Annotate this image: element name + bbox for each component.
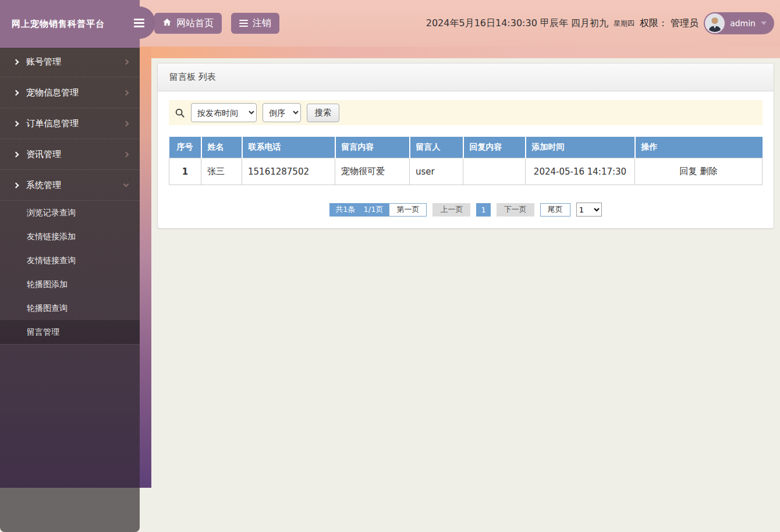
submenu-item-label: 留言管理 (27, 327, 59, 338)
message-board-card: 留言板 列表 按发布时间 倒序 搜索 (157, 63, 774, 229)
chevron-right-icon (13, 182, 19, 188)
table-row: 1 张三 15161287502 宠物很可爱 user 2024-05-16 1… (169, 158, 763, 185)
main-content: 留言板 列表 按发布时间 倒序 搜索 (151, 58, 780, 532)
sidebar: 账号管理 宠物信息管理 订单信息管理 资讯管理 系统管理 浏览记录查询 友情链接… (0, 47, 140, 488)
chevron-right-icon (13, 59, 19, 65)
chevron-right-icon (123, 151, 129, 157)
sidebar-item-label: 宠物信息管理 (26, 87, 124, 98)
sidebar-item-account-mgmt[interactable]: 账号管理 (0, 47, 140, 77)
sidebar-toggle-button[interactable] (123, 6, 155, 39)
pagination: 共1条 1/1页 第一页 上一页 1 下一页 尾页 1 (169, 203, 763, 217)
chevron-right-icon (123, 59, 129, 65)
delete-link[interactable]: 删除 (700, 166, 717, 176)
total-count-text: 共1条 (335, 204, 355, 215)
reply-link[interactable]: 回复 (680, 166, 697, 176)
sidebar-item-system-mgmt[interactable]: 系统管理 (0, 170, 140, 201)
chevron-right-icon (13, 120, 19, 126)
table-header-row: 序号 姓名 联系电话 留言内容 留言人 回复内容 添加时间 操作 (169, 137, 763, 158)
magnifier-icon (175, 108, 185, 118)
submenu-item-message-mgmt[interactable]: 留言管理 (0, 320, 140, 344)
chevron-right-icon (123, 120, 129, 126)
list-icon (239, 18, 248, 29)
chevron-right-icon (13, 90, 19, 95)
card-header: 留言板 列表 (158, 63, 774, 91)
sidebar-item-order-info-mgmt[interactable]: 订单信息管理 (0, 108, 140, 139)
cell-name: 张三 (201, 158, 242, 185)
sort-order-select[interactable]: 倒序 (263, 103, 301, 122)
system-mgmt-submenu: 浏览记录查询 友情链接添加 友情链接查询 轮播图添加 轮播图查询 留言管理 (0, 201, 140, 345)
submenu-item-carousel-query[interactable]: 轮播图查询 (0, 296, 140, 320)
pagination-info: 共1条 1/1页 (329, 203, 389, 217)
search-bar: 按发布时间 倒序 搜索 (169, 100, 763, 125)
cell-phone: 15161287502 (242, 158, 335, 185)
cell-reply (463, 158, 526, 185)
sort-field-select[interactable]: 按发布时间 (191, 103, 257, 122)
message-table: 序号 姓名 联系电话 留言内容 留言人 回复内容 添加时间 操作 1 张三 15 (169, 137, 763, 185)
last-page-button[interactable]: 尾页 (540, 203, 570, 217)
home-button-label: 网站首页 (176, 17, 214, 30)
search-button[interactable]: 搜索 (307, 104, 339, 122)
datetime-text: 2024年5月16日14:30:30 甲辰年 四月初九 (426, 17, 608, 30)
hamburger-icon (134, 17, 144, 29)
next-page-button[interactable]: 下一页 (497, 203, 534, 217)
sidebar-item-label: 资讯管理 (26, 149, 124, 160)
user-menu[interactable]: admin (704, 12, 774, 34)
logout-button-label: 注销 (253, 17, 271, 30)
app-title: 网上宠物销售科普平台 (12, 19, 105, 30)
username-label: admin (730, 19, 756, 28)
app-logo: 网上宠物销售科普平台 (0, 0, 140, 48)
submenu-item-friend-link-query[interactable]: 友情链接查询 (0, 249, 140, 272)
submenu-item-label: 轮播图添加 (27, 279, 68, 290)
prev-page-button[interactable]: 上一页 (432, 203, 470, 217)
submenu-item-label: 轮播图查询 (27, 303, 68, 314)
caret-down-icon (761, 22, 767, 25)
current-page-button[interactable]: 1 (476, 203, 490, 217)
sidebar-item-news-mgmt[interactable]: 资讯管理 (0, 139, 140, 170)
cell-content: 宠物很可爱 (335, 158, 410, 185)
weekday-text: 星期四 (614, 19, 634, 29)
permission-text: 权限： 管理员 (640, 17, 699, 30)
sidebar-footer (0, 488, 140, 532)
cell-user: user (410, 158, 463, 185)
logout-button[interactable]: 注销 (231, 13, 279, 34)
col-header-name: 姓名 (201, 137, 242, 158)
col-header-user: 留言人 (410, 137, 463, 158)
sidebar-item-label: 订单信息管理 (26, 118, 124, 129)
home-button[interactable]: 网站首页 (154, 13, 222, 34)
col-header-added-time: 添加时间 (526, 137, 635, 158)
sidebar-item-label: 账号管理 (26, 56, 124, 68)
cell-index: 1 (169, 158, 201, 185)
col-header-content: 留言内容 (335, 137, 410, 158)
submenu-item-label: 友情链接添加 (27, 232, 76, 242)
page-select[interactable]: 1 (576, 203, 602, 217)
background-gradient-horizontal (140, 47, 780, 58)
sidebar-item-pet-info-mgmt[interactable]: 宠物信息管理 (0, 77, 140, 108)
background-gradient-vertical (140, 47, 151, 488)
submenu-item-label: 友情链接查询 (27, 256, 76, 266)
submenu-item-label: 浏览记录查询 (27, 208, 76, 218)
cell-actions: 回复 删除 (635, 158, 763, 185)
page-count-text: 1/1页 (364, 204, 384, 215)
sidebar-item-label: 系统管理 (26, 180, 124, 191)
first-page-button[interactable]: 第一页 (389, 203, 427, 217)
cell-added-time: 2024-05-16 14:17:30 (526, 158, 635, 185)
header-right: 2024年5月16日14:30:30 甲辰年 四月初九 星期四 权限： 管理员 … (426, 0, 774, 47)
submenu-item-friend-link-add[interactable]: 友情链接添加 (0, 225, 140, 249)
page-title: 留言板 列表 (169, 72, 216, 82)
col-header-actions: 操作 (635, 137, 763, 158)
col-header-reply: 回复内容 (463, 137, 526, 158)
avatar (705, 13, 725, 33)
chevron-right-icon (123, 90, 129, 95)
card-body: 按发布时间 倒序 搜索 序号 姓名 联系电话 留言内容 (158, 91, 774, 228)
home-icon (162, 17, 172, 29)
submenu-item-browse-history-query[interactable]: 浏览记录查询 (0, 201, 140, 225)
chevron-down-icon (123, 181, 129, 187)
col-header-phone: 联系电话 (242, 137, 335, 158)
header-nav: 网站首页 注销 (154, 13, 279, 34)
submenu-item-carousel-add[interactable]: 轮播图添加 (0, 272, 140, 296)
col-header-index: 序号 (169, 137, 201, 158)
chevron-right-icon (13, 151, 19, 157)
